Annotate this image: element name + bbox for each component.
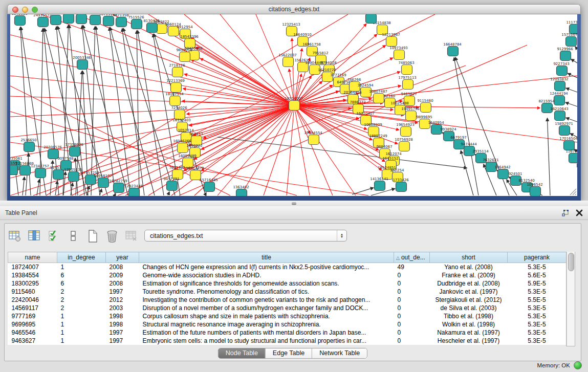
table-row[interactable]: 1456911722003Disruption of a novel membe… bbox=[8, 304, 567, 312]
table-cell[interactable]: Dudbridge et al. (2008) bbox=[430, 279, 508, 288]
network-node[interactable] bbox=[53, 170, 64, 180]
table-cell[interactable]: 1 bbox=[57, 329, 106, 337]
table-cell[interactable]: 9777169 bbox=[8, 312, 57, 320]
network-node[interactable] bbox=[10, 165, 18, 175]
table-cell[interactable]: 1997 bbox=[106, 288, 139, 296]
table-cell[interactable]: 1998 bbox=[106, 312, 139, 320]
table-cell[interactable]: Franke et al. (2009) bbox=[430, 271, 508, 279]
table-row[interactable]: 1938455462009Genome-wide association stu… bbox=[8, 271, 567, 279]
table-cell[interactable]: 0 bbox=[394, 320, 430, 329]
column-header-short[interactable]: short bbox=[430, 252, 508, 263]
network-node[interactable] bbox=[555, 111, 565, 121]
network-node[interactable] bbox=[90, 15, 101, 25]
network-node[interactable] bbox=[76, 14, 87, 24]
table-cell[interactable]: Stergiakouli et al. (2012) bbox=[430, 296, 508, 304]
network-node[interactable] bbox=[309, 135, 319, 145]
table-cell[interactable]: 2008 bbox=[106, 279, 139, 288]
table-cell[interactable]: 14569117 bbox=[8, 304, 57, 312]
tab-edge-table[interactable]: Edge Table bbox=[265, 348, 312, 358]
table-cell[interactable]: 0 bbox=[394, 288, 430, 296]
network-node[interactable] bbox=[386, 37, 397, 47]
network-node[interactable] bbox=[555, 81, 565, 91]
network-node[interactable] bbox=[204, 182, 215, 192]
network-node[interactable] bbox=[559, 126, 570, 136]
table-row[interactable]: 969969511998Structural magnetic resonanc… bbox=[8, 320, 567, 329]
table-cell[interactable]: 6 bbox=[57, 279, 106, 288]
network-node[interactable] bbox=[366, 14, 377, 24]
network-node[interactable] bbox=[38, 17, 49, 27]
new-document-icon[interactable] bbox=[85, 229, 99, 243]
network-node[interactable] bbox=[374, 94, 384, 103]
network-node[interactable] bbox=[35, 168, 46, 178]
close-icon[interactable] bbox=[576, 209, 583, 216]
table-cell[interactable]: 5.3E-5 bbox=[508, 329, 567, 337]
network-node[interactable] bbox=[448, 47, 459, 56]
zoom-button[interactable] bbox=[32, 7, 38, 13]
network-node[interactable] bbox=[289, 101, 300, 111]
select-columns-icon[interactable] bbox=[27, 229, 41, 243]
table-cell[interactable]: 0 bbox=[394, 304, 430, 312]
table-cell[interactable]: 2 bbox=[57, 288, 106, 296]
table-cell[interactable]: 5.5E-5 bbox=[508, 296, 567, 304]
network-node[interactable] bbox=[283, 57, 294, 67]
table-cell[interactable]: 2 bbox=[57, 296, 106, 304]
column-header-pagerank[interactable]: pagerank bbox=[508, 252, 567, 263]
table-cell[interactable]: Investigating the contribution of common… bbox=[139, 296, 394, 304]
column-header-title[interactable]: title bbox=[139, 252, 394, 263]
network-node[interactable] bbox=[171, 83, 182, 93]
table-cell[interactable]: Disruption of a novel member of a sodium… bbox=[139, 304, 394, 312]
table-cell[interactable]: 5.3E-5 bbox=[508, 337, 567, 345]
network-node[interactable] bbox=[560, 51, 571, 61]
table-cell[interactable]: Tibbo et al. (1998) bbox=[430, 312, 508, 320]
table-cell[interactable]: Hescheler et al. (1997) bbox=[430, 337, 508, 345]
table-cell[interactable]: 9463627 bbox=[8, 337, 57, 345]
table-row[interactable]: 911546021997Tourette syndrome. Phenomeno… bbox=[8, 288, 567, 296]
table-cell[interactable]: 0 bbox=[394, 279, 430, 288]
network-node[interactable] bbox=[402, 65, 412, 75]
network-node[interactable] bbox=[530, 187, 541, 196]
rows-icon[interactable] bbox=[66, 229, 80, 243]
scrollbar-thumb[interactable] bbox=[568, 253, 574, 271]
table-cell[interactable]: 0 bbox=[394, 296, 430, 304]
table-row[interactable]: 977716911998Corpus callosum shape and si… bbox=[8, 312, 567, 320]
table-cell[interactable]: Wolkin et al. (1998) bbox=[430, 320, 508, 329]
table-cell[interactable]: Nakamura et al. (1997) bbox=[430, 329, 508, 337]
table-cell[interactable]: Structural magnetic resonance image aver… bbox=[139, 320, 394, 329]
table-cell[interactable]: 9115460 bbox=[8, 288, 57, 296]
network-node[interactable] bbox=[394, 50, 405, 60]
delete-icon[interactable] bbox=[105, 229, 119, 243]
table-cell[interactable]: 1 bbox=[57, 263, 106, 272]
table-row[interactable]: 1830029562008Estimation of significance … bbox=[8, 279, 567, 288]
network-node[interactable] bbox=[554, 96, 565, 105]
network-node[interactable] bbox=[48, 149, 59, 159]
tab-network-table[interactable]: Network Table bbox=[312, 348, 367, 358]
table-cell[interactable]: Corpus callosum shape and size in male p… bbox=[139, 312, 394, 320]
table-cell[interactable]: 6 bbox=[57, 271, 106, 279]
table-row[interactable]: 1872400712008Changes of HCN gene express… bbox=[8, 263, 567, 272]
network-node[interactable] bbox=[236, 189, 247, 196]
table-cell[interactable]: Changes of HCN gene expression and I(f) … bbox=[139, 263, 394, 272]
network-node[interactable] bbox=[70, 147, 80, 157]
table-cell[interactable]: 1 bbox=[57, 337, 106, 345]
table-cell[interactable]: 5.3E-5 bbox=[508, 312, 567, 320]
table-cell[interactable]: Genome-wide association studies in ADHD. bbox=[139, 271, 394, 279]
network-node[interactable] bbox=[421, 103, 431, 113]
divider-handle-icon[interactable] bbox=[292, 202, 296, 205]
network-node[interactable] bbox=[132, 19, 142, 29]
table-cell[interactable]: 1997 bbox=[106, 329, 139, 337]
table-cell[interactable]: 18724007 bbox=[8, 263, 57, 272]
network-node[interactable] bbox=[15, 16, 26, 26]
table-cell[interactable]: 5.3E-5 bbox=[508, 304, 567, 312]
network-node[interactable] bbox=[69, 172, 79, 182]
network-node[interactable] bbox=[569, 154, 578, 163]
network-node[interactable] bbox=[403, 80, 413, 90]
network-node[interactable] bbox=[401, 127, 411, 137]
network-node[interactable] bbox=[180, 52, 190, 62]
table-cell[interactable]: 9465546 bbox=[8, 329, 57, 337]
table-cell[interactable]: 5.9E-5 bbox=[508, 279, 567, 288]
table-row[interactable]: 2242004622012Investigating the contribut… bbox=[8, 296, 567, 304]
table-cell[interactable]: Estimation of significance thresholds fo… bbox=[139, 279, 394, 288]
close-button[interactable] bbox=[12, 7, 18, 13]
network-node[interactable] bbox=[98, 178, 109, 188]
table-row[interactable]: 946362711997Embryonic stem cells: a mode… bbox=[8, 337, 567, 345]
